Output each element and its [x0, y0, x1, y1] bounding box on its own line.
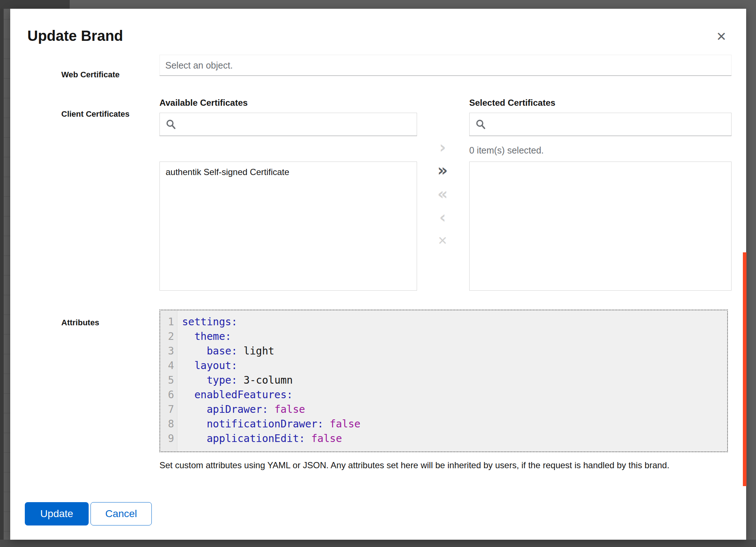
list-item[interactable]: authentik Self-signed Certificate [160, 162, 417, 182]
move-selected-right-button[interactable]: › [435, 139, 451, 155]
code-line-text: type: 3-column [177, 373, 293, 388]
code-line-text: theme: [177, 329, 231, 344]
web-certificate-input[interactable] [159, 55, 732, 76]
dimmed-header-block [0, 0, 70, 9]
available-search-input[interactable] [180, 119, 411, 130]
available-certificates-heading: Available Certificates [159, 98, 248, 108]
selected-search-box [469, 113, 732, 136]
attributes-label: Attributes [61, 318, 99, 327]
selected-certificates-heading: Selected Certificates [469, 98, 555, 108]
move-selected-left-button[interactable]: ‹ [435, 209, 451, 225]
line-number: 9 [160, 431, 177, 446]
code-line-text: settings: [177, 315, 238, 329]
code-lines: 1settings:2 theme:3 base: light4 layout:… [160, 315, 727, 446]
cancel-button[interactable]: Cancel [90, 502, 152, 525]
code-line-text: apiDrawer: false [177, 402, 305, 417]
line-number: 7 [160, 402, 177, 417]
attributes-helper-text: Set custom attributes using YAML or JSON… [159, 460, 732, 470]
web-certificate-label: Web Certificate [61, 70, 120, 79]
selected-certificates-list[interactable] [469, 162, 732, 291]
client-certificates-label: Client Certificates [61, 109, 130, 119]
dimmed-sidebar-strip [0, 0, 4, 547]
selected-count-text: 0 item(s) selected. [469, 145, 544, 156]
code-line-text: applicationEdit: false [177, 431, 342, 446]
line-number: 4 [160, 358, 177, 373]
close-icon[interactable]: ✕ [713, 28, 730, 45]
code-line-text: notificationDrawer: false [177, 417, 360, 431]
available-certificates-list[interactable]: authentik Self-signed Certificate [159, 162, 417, 291]
line-number: 6 [160, 388, 177, 402]
attributes-code-editor[interactable]: 1settings:2 theme:3 base: light4 layout:… [159, 310, 728, 452]
search-icon [166, 119, 176, 129]
selected-search-input[interactable] [490, 119, 725, 130]
code-line-text: base: light [177, 344, 274, 358]
line-number: 5 [160, 373, 177, 388]
code-line-text: enabledFeatures: [177, 388, 293, 402]
line-number: 2 [160, 329, 177, 344]
update-brand-modal: Update Brand ✕ Web Certificate Client Ce… [10, 9, 746, 540]
move-all-left-button[interactable]: « [435, 186, 451, 202]
update-button[interactable]: Update [25, 502, 89, 525]
move-all-right-button[interactable]: » [435, 162, 451, 178]
dimmed-bottom-band [0, 540, 756, 547]
line-number: 3 [160, 344, 177, 358]
clear-selected-button[interactable]: ✕ [435, 233, 451, 249]
accent-bar [743, 252, 747, 486]
code-line-text: layout: [177, 358, 238, 373]
line-number: 8 [160, 417, 177, 431]
line-number: 1 [160, 315, 177, 329]
available-search-box [159, 113, 417, 136]
modal-title: Update Brand [27, 28, 123, 44]
search-icon [475, 119, 486, 129]
